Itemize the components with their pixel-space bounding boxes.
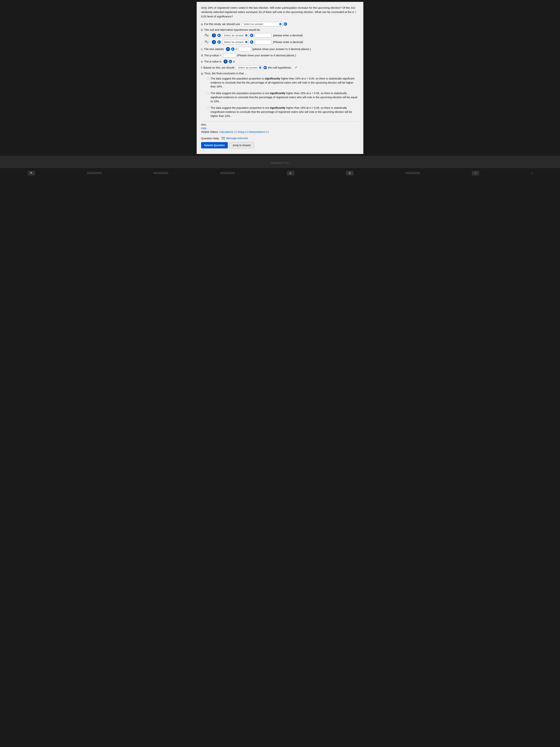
radio-opt3-label: The data suggest the population proporti… <box>211 106 359 118</box>
question-help-label: Question Help: <box>201 137 219 140</box>
part-f-label: f. Based on this, we should <box>201 66 234 69</box>
part-d-suffix: (Please show your answer to 4 decimal pl… <box>237 54 296 57</box>
help-link[interactable]: Help <box>201 127 207 130</box>
h0-row: H0: ? ◐ Select an answer ◐ (please enter… <box>205 33 359 37</box>
keyboard-key-search: 🔍 <box>28 171 35 176</box>
bottom-buttons: Submit Question Jump to Answer <box>201 142 359 148</box>
keyboard-key-1 <box>87 172 102 174</box>
h1-toggle-icon[interactable]: ◐ <box>217 41 221 44</box>
part-c-row: c. The test statistic ? ◐ = (please show… <box>201 47 359 51</box>
h0-select-icon: ◐ <box>250 34 254 37</box>
part-c-label: c. The test statistic <box>201 47 224 51</box>
jump-to-answer-button[interactable]: Jump to Answer <box>229 142 254 148</box>
part-e-question-btn[interactable]: ? <box>223 59 228 63</box>
hint-section: Hint: Help Helpful Videos: Calculations … <box>201 121 359 133</box>
radio-option-3: The data suggest the population proporti… <box>207 106 359 118</box>
keyboard-area: 🔍 🔉 🔊 ⊞ › <box>0 168 560 178</box>
keyboard-chevron-right: › <box>531 171 532 175</box>
keyboard-key-vol: 🔉 <box>287 171 294 176</box>
setup-expand[interactable]: [+] <box>245 130 248 133</box>
calculations-expand[interactable]: [+] <box>234 130 237 133</box>
question-text: Only 19% of registered voters voted in t… <box>201 5 359 19</box>
part-e-toggle-icon[interactable]: ◐ <box>229 60 232 63</box>
mail-icon <box>222 137 224 139</box>
part-e-row: e. The p-value is ? ◐ α <box>201 59 359 63</box>
interpretations-link[interactable]: Interpretations <box>248 130 265 133</box>
keyboard-key-plus: ⊞ <box>472 171 479 176</box>
part-e-alpha: α <box>233 60 235 63</box>
radio-option-1: The data suggest the populaton proportio… <box>207 77 359 89</box>
h0-question-btn[interactable]: ? <box>212 33 216 37</box>
part-c-suffix: (please show your answer to 3 decimal pl… <box>252 47 311 51</box>
h0-select[interactable]: Select an answer <box>222 33 248 37</box>
setup-link[interactable]: Setup <box>238 130 244 133</box>
h1-select-icon: ◐ <box>250 41 254 44</box>
part-d-input[interactable] <box>223 53 236 58</box>
part-e-label: e. The p-value is <box>201 60 222 63</box>
radio-opt2-label: The data suggest the population proporti… <box>211 91 359 103</box>
radio-opt2[interactable] <box>207 92 209 94</box>
cursor-arrow-icon: ↗ <box>294 66 297 69</box>
h1-select[interactable]: Select an answer <box>222 40 248 44</box>
calculations-link[interactable]: Calculations <box>219 130 233 133</box>
conclusion-options: The data suggest the populaton proportio… <box>207 77 359 118</box>
radio-opt1-label: The data suggest the populaton proportio… <box>211 77 359 89</box>
part-a-select-icon: ◐ <box>284 22 287 26</box>
part-a-row: a. For this study, we should use Select … <box>201 22 359 26</box>
part-f-select-icon: ◐ <box>264 66 267 69</box>
part-a-label: a. For this study, we should use <box>201 22 240 26</box>
macbook-label-area: MacBook Pro <box>0 156 560 168</box>
part-d-row: d. The p-value = (Please show your answe… <box>201 53 359 58</box>
keyboard-key-2 <box>154 172 168 174</box>
helpful-videos-row: Helpful Videos: Calculations [+] Setup [… <box>201 130 359 133</box>
keyboard-key-3 <box>220 172 235 174</box>
h0-toggle-icon[interactable]: ◐ <box>217 34 221 37</box>
part-f-row: f. Based on this, we should Select an an… <box>201 66 359 70</box>
part-c-toggle-icon[interactable]: ◐ <box>231 47 235 51</box>
h1-decimal-input[interactable] <box>255 40 271 44</box>
part-f-suffix: the null hypothesis. <box>268 66 292 69</box>
part-c-question-btn[interactable]: ? <box>226 47 230 51</box>
part-c-equals: = <box>236 47 237 51</box>
part-g-row: g. Thus, the final conclusion is that ..… <box>201 72 359 75</box>
part-c-input[interactable] <box>238 47 251 51</box>
h0-label: H0: <box>205 33 210 37</box>
macbook-label: MacBook Pro <box>271 161 289 164</box>
question-help-row: Question Help: Message instructor <box>201 137 359 140</box>
helpful-videos-label: Helpful Videos: <box>201 130 218 133</box>
radio-opt1[interactable] <box>207 77 209 80</box>
question-container: Only 19% of registered voters voted in t… <box>197 2 363 154</box>
radio-opt3[interactable] <box>207 106 209 109</box>
h1-question-btn[interactable]: ? <box>212 40 216 44</box>
submit-question-button[interactable]: Submit Question <box>201 142 228 148</box>
hint-label: Hint: <box>201 123 359 126</box>
interpretations-expand[interactable]: [+] <box>266 130 269 133</box>
hypotheses-section: H0: ? ◐ Select an answer ◐ (please enter… <box>205 33 359 44</box>
keyboard-key-vol2: 🔊 <box>346 171 353 176</box>
h1-label: H1: <box>205 40 210 44</box>
part-b-row: b. The null and alternative hypotheses w… <box>201 28 359 31</box>
h1-suffix: (Please enter a decimal) <box>273 41 303 44</box>
part-b-label: b. The null and alternative hypotheses w… <box>201 28 261 31</box>
h1-row: H1: ? ◐ Select an answer ◐ (Please enter… <box>205 40 359 44</box>
part-f-select[interactable]: Select an answer <box>236 66 262 70</box>
h0-decimal-input[interactable] <box>255 33 271 37</box>
part-a-select[interactable]: Select an answer <box>242 22 283 26</box>
radio-option-2: The data suggest the population proporti… <box>207 91 359 103</box>
part-d-label: d. The p-value = <box>201 54 221 57</box>
h0-suffix: (please enter a decimal) <box>273 34 303 37</box>
keyboard-key-4 <box>405 172 420 174</box>
part-g-label: g. Thus, the final conclusion is that ..… <box>201 72 247 75</box>
message-instructor-link[interactable]: Message instructor <box>226 137 248 140</box>
